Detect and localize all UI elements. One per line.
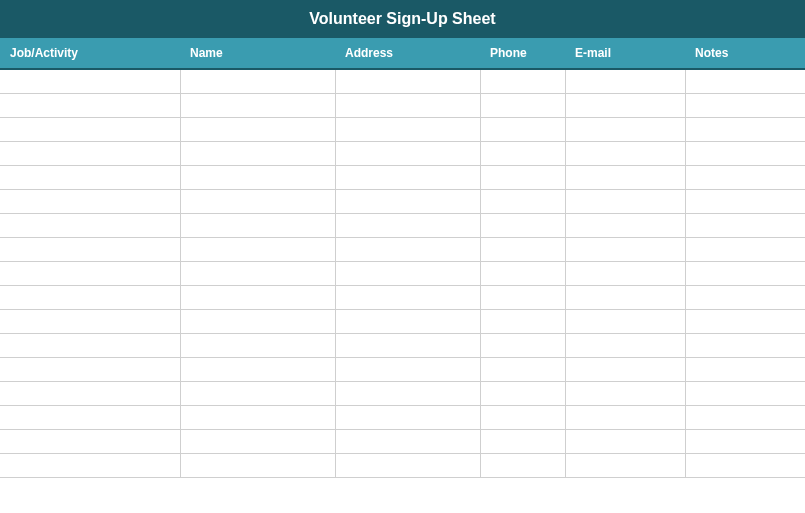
cell-activity[interactable] <box>0 357 180 381</box>
cell-activity[interactable] <box>0 381 180 405</box>
cell-phone[interactable] <box>480 429 565 453</box>
cell-email[interactable] <box>565 333 685 357</box>
cell-activity[interactable] <box>0 93 180 117</box>
cell-phone[interactable] <box>480 261 565 285</box>
cell-activity[interactable] <box>0 309 180 333</box>
cell-phone[interactable] <box>480 453 565 477</box>
cell-name[interactable] <box>180 93 335 117</box>
cell-email[interactable] <box>565 309 685 333</box>
cell-activity[interactable] <box>0 333 180 357</box>
cell-phone[interactable] <box>480 405 565 429</box>
cell-notes[interactable] <box>685 285 805 309</box>
cell-notes[interactable] <box>685 69 805 93</box>
cell-name[interactable] <box>180 261 335 285</box>
cell-activity[interactable] <box>0 141 180 165</box>
cell-email[interactable] <box>565 213 685 237</box>
cell-notes[interactable] <box>685 333 805 357</box>
cell-address[interactable] <box>335 189 480 213</box>
cell-email[interactable] <box>565 285 685 309</box>
cell-phone[interactable] <box>480 357 565 381</box>
cell-email[interactable] <box>565 117 685 141</box>
cell-email[interactable] <box>565 405 685 429</box>
cell-name[interactable] <box>180 141 335 165</box>
cell-name[interactable] <box>180 381 335 405</box>
cell-name[interactable] <box>180 405 335 429</box>
cell-notes[interactable] <box>685 141 805 165</box>
cell-phone[interactable] <box>480 189 565 213</box>
cell-address[interactable] <box>335 405 480 429</box>
cell-name[interactable] <box>180 213 335 237</box>
cell-notes[interactable] <box>685 117 805 141</box>
cell-notes[interactable] <box>685 261 805 285</box>
cell-activity[interactable] <box>0 117 180 141</box>
cell-email[interactable] <box>565 237 685 261</box>
cell-address[interactable] <box>335 237 480 261</box>
cell-name[interactable] <box>180 237 335 261</box>
cell-phone[interactable] <box>480 333 565 357</box>
cell-email[interactable] <box>565 141 685 165</box>
cell-notes[interactable] <box>685 189 805 213</box>
cell-phone[interactable] <box>480 285 565 309</box>
cell-notes[interactable] <box>685 213 805 237</box>
cell-email[interactable] <box>565 261 685 285</box>
cell-notes[interactable] <box>685 381 805 405</box>
cell-activity[interactable] <box>0 69 180 93</box>
cell-address[interactable] <box>335 357 480 381</box>
cell-address[interactable] <box>335 117 480 141</box>
cell-address[interactable] <box>335 93 480 117</box>
cell-email[interactable] <box>565 453 685 477</box>
cell-name[interactable] <box>180 189 335 213</box>
cell-name[interactable] <box>180 285 335 309</box>
cell-address[interactable] <box>335 309 480 333</box>
cell-activity[interactable] <box>0 261 180 285</box>
cell-email[interactable] <box>565 189 685 213</box>
cell-phone[interactable] <box>480 93 565 117</box>
cell-phone[interactable] <box>480 309 565 333</box>
cell-email[interactable] <box>565 165 685 189</box>
cell-name[interactable] <box>180 117 335 141</box>
cell-phone[interactable] <box>480 237 565 261</box>
cell-notes[interactable] <box>685 165 805 189</box>
cell-activity[interactable] <box>0 213 180 237</box>
cell-email[interactable] <box>565 93 685 117</box>
cell-phone[interactable] <box>480 165 565 189</box>
cell-address[interactable] <box>335 333 480 357</box>
cell-email[interactable] <box>565 69 685 93</box>
cell-activity[interactable] <box>0 189 180 213</box>
cell-name[interactable] <box>180 165 335 189</box>
cell-address[interactable] <box>335 261 480 285</box>
cell-address[interactable] <box>335 453 480 477</box>
cell-activity[interactable] <box>0 285 180 309</box>
cell-name[interactable] <box>180 333 335 357</box>
cell-address[interactable] <box>335 69 480 93</box>
cell-address[interactable] <box>335 285 480 309</box>
cell-address[interactable] <box>335 141 480 165</box>
cell-notes[interactable] <box>685 429 805 453</box>
cell-name[interactable] <box>180 429 335 453</box>
cell-address[interactable] <box>335 213 480 237</box>
cell-name[interactable] <box>180 309 335 333</box>
cell-notes[interactable] <box>685 309 805 333</box>
cell-phone[interactable] <box>480 381 565 405</box>
cell-phone[interactable] <box>480 117 565 141</box>
cell-notes[interactable] <box>685 93 805 117</box>
cell-activity[interactable] <box>0 405 180 429</box>
cell-notes[interactable] <box>685 405 805 429</box>
cell-address[interactable] <box>335 165 480 189</box>
cell-address[interactable] <box>335 381 480 405</box>
cell-phone[interactable] <box>480 69 565 93</box>
cell-notes[interactable] <box>685 453 805 477</box>
cell-name[interactable] <box>180 357 335 381</box>
cell-name[interactable] <box>180 453 335 477</box>
cell-email[interactable] <box>565 429 685 453</box>
cell-phone[interactable] <box>480 213 565 237</box>
cell-activity[interactable] <box>0 165 180 189</box>
cell-activity[interactable] <box>0 429 180 453</box>
cell-notes[interactable] <box>685 357 805 381</box>
cell-notes[interactable] <box>685 237 805 261</box>
cell-email[interactable] <box>565 357 685 381</box>
cell-phone[interactable] <box>480 141 565 165</box>
cell-email[interactable] <box>565 381 685 405</box>
cell-address[interactable] <box>335 429 480 453</box>
cell-activity[interactable] <box>0 453 180 477</box>
